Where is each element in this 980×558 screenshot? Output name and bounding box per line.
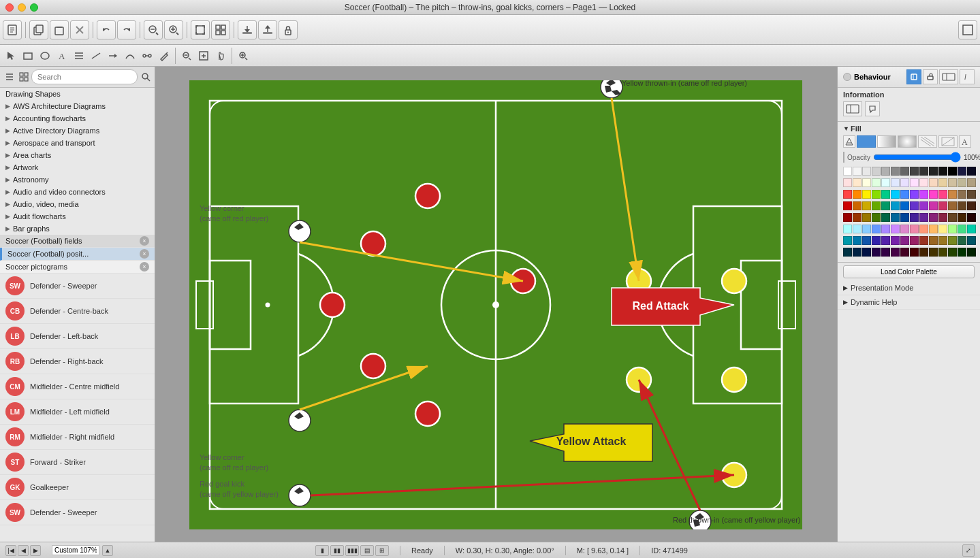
cm-4[interactable] [872, 201, 881, 210]
cdk-1[interactable] [843, 248, 852, 257]
category-aws[interactable]: ▶ AWS Architecture Diagrams [0, 100, 155, 112]
select-tool[interactable] [3, 48, 19, 64]
shape-item-rm[interactable]: RM Midfielder - Right midfield [0, 425, 155, 450]
cb-1[interactable] [843, 236, 852, 245]
cd-10[interactable] [929, 213, 938, 222]
zoom-out-small-button[interactable] [178, 48, 195, 64]
fill-color-preview[interactable] [843, 152, 844, 163]
cb-3[interactable] [862, 236, 871, 245]
cr-5[interactable] [881, 190, 890, 199]
cm-8[interactable] [910, 201, 919, 210]
fill-solid-btn[interactable] [857, 135, 876, 148]
library-football-fields[interactable]: Soccer (Football) fields × [0, 235, 155, 248]
presentation-mode[interactable]: ▶ Presentation Mode [838, 281, 980, 295]
cr-14[interactable] [967, 190, 976, 199]
color-3[interactable] [872, 167, 881, 176]
line-tool[interactable] [88, 48, 104, 64]
fit-button[interactable] [191, 20, 210, 39]
color-white[interactable] [843, 167, 852, 176]
ct-11[interactable] [938, 225, 947, 233]
color-8[interactable] [919, 167, 928, 176]
page-view-4[interactable]: ▤ [360, 545, 374, 556]
cb-2[interactable] [853, 236, 862, 245]
category-bar-graphs[interactable]: ▶ Bar graphs [0, 223, 155, 235]
expand-button[interactable]: ⤢ [962, 544, 975, 557]
waypoint-tool[interactable] [139, 48, 155, 64]
cd-13[interactable] [958, 213, 966, 222]
color-6[interactable] [900, 167, 909, 176]
cdk-3[interactable] [862, 248, 871, 257]
color-7[interactable] [910, 167, 919, 176]
cdk-10[interactable] [929, 248, 938, 257]
behaviour-btn3[interactable] [939, 69, 958, 84]
library-soccer-pictograms[interactable]: Soccer pictograms × [0, 261, 155, 274]
cd-5[interactable] [881, 213, 890, 222]
ct-10[interactable] [929, 225, 938, 233]
cd-9[interactable] [919, 213, 928, 222]
fill-pattern-btn[interactable] [918, 135, 937, 148]
category-audio-video[interactable]: ▶ Audio and video connectors [0, 186, 155, 198]
cm-3[interactable] [862, 201, 871, 210]
cc-1[interactable] [843, 178, 852, 187]
cr-4[interactable] [872, 190, 881, 199]
grid-view-button[interactable] [17, 70, 30, 84]
cr-10[interactable] [929, 190, 938, 199]
close-library-positions[interactable]: × [140, 249, 149, 259]
zoom-plus-button[interactable] [235, 48, 251, 64]
cm-14[interactable] [967, 201, 976, 210]
text-tool[interactable]: A [54, 48, 70, 64]
page-view-2[interactable]: ▮▮ [330, 545, 344, 556]
cb-7[interactable] [900, 236, 909, 245]
ct-3[interactable] [862, 225, 871, 233]
cdk-13[interactable] [958, 248, 966, 257]
cc-9[interactable] [919, 178, 928, 187]
hand-tool[interactable] [212, 48, 229, 64]
color-1[interactable] [853, 167, 862, 176]
cb-12[interactable] [948, 236, 957, 245]
cr-9[interactable] [919, 190, 928, 199]
library-football-positions[interactable]: Soccer (Football) posit... × [0, 248, 155, 261]
cr-6[interactable] [891, 190, 900, 199]
cm-11[interactable] [938, 201, 947, 210]
cdk-12[interactable] [948, 248, 957, 257]
cr-1[interactable] [843, 190, 852, 199]
ellipse-tool[interactable] [37, 48, 53, 64]
copy-button[interactable] [29, 20, 48, 39]
cr-2[interactable] [853, 190, 862, 199]
info-btn1[interactable] [843, 101, 862, 116]
behaviour-radio[interactable] [843, 73, 851, 81]
ct-7[interactable] [900, 225, 909, 233]
redo-button[interactable] [117, 20, 136, 39]
category-active-directory[interactable]: ▶ Active Directory Diagrams [0, 125, 155, 137]
behaviour-btn4[interactable]: I [960, 69, 975, 84]
cd-7[interactable] [900, 213, 909, 222]
cc-12[interactable] [948, 178, 957, 187]
search-button[interactable] [139, 70, 152, 84]
paste-button[interactable] [50, 20, 69, 39]
cc-3[interactable] [862, 178, 871, 187]
cb-4[interactable] [872, 236, 881, 245]
cc-11[interactable] [938, 178, 947, 187]
shape-item-sw2[interactable]: SW Defender - Sweeper [0, 500, 155, 525]
ct-2[interactable] [853, 225, 862, 233]
shape-item-cb[interactable]: CB Defender - Centre-back [0, 299, 155, 324]
shape-item-cm[interactable]: CM Midfielder - Centre midfield [0, 374, 155, 399]
cb-5[interactable] [881, 236, 890, 245]
pencil-tool[interactable] [156, 48, 172, 64]
cr-3[interactable] [862, 190, 871, 199]
page-next-button[interactable]: ▶ [30, 545, 41, 556]
shape-item-sw1[interactable]: SW Defender - Sweeper [0, 274, 155, 299]
ct-4[interactable] [872, 225, 881, 233]
dynamic-help[interactable]: ▶ Dynamic Help [838, 295, 980, 310]
fill-none-btn[interactable] [938, 135, 958, 148]
cc-2[interactable] [853, 178, 862, 187]
load-palette-button[interactable]: Load Color Palette [843, 265, 975, 278]
ct-12[interactable] [948, 225, 957, 233]
cdk-11[interactable] [938, 248, 947, 257]
cdk-8[interactable] [910, 248, 919, 257]
cc-7[interactable] [900, 178, 909, 187]
page-prev-button[interactable]: ◀ [18, 545, 29, 556]
more-shapes-tool[interactable] [71, 48, 87, 64]
cr-13[interactable] [958, 190, 966, 199]
zoom-in-button[interactable] [164, 20, 183, 39]
